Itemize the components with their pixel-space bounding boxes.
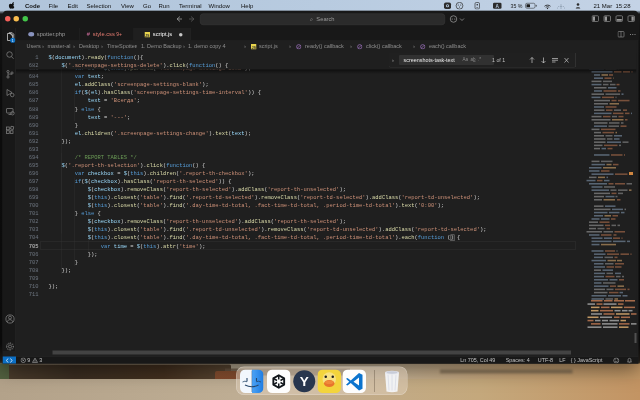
svg-text:JS: JS <box>145 33 150 37</box>
svg-text:A: A <box>496 3 500 8</box>
svg-text:JS: JS <box>251 46 256 50</box>
svg-text:Y: Y <box>300 374 309 389</box>
svg-text:35 %: 35 % <box>511 2 523 8</box>
svg-text:1: 1 <box>12 39 14 43</box>
